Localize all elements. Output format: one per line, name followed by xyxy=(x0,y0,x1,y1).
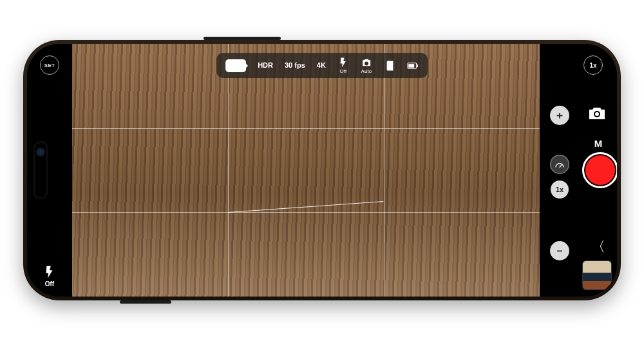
settings-button[interactable]: SET xyxy=(40,55,59,75)
composition-grid xyxy=(72,44,540,297)
svg-point-7 xyxy=(595,112,599,116)
storage-indicator[interactable] xyxy=(384,60,395,72)
svg-rect-1 xyxy=(388,61,393,70)
minus-icon: － xyxy=(554,244,565,258)
resolution-label: 4K xyxy=(317,62,326,69)
hdr-label: HDR xyxy=(258,62,273,69)
front-camera-lens xyxy=(36,148,45,157)
dynamic-island xyxy=(33,141,48,199)
zoom-in-button[interactable]: ＋ xyxy=(550,106,569,125)
flash-mode-selector[interactable]: Off xyxy=(337,57,349,74)
camera-viewfinder[interactable] xyxy=(72,44,540,297)
top-settings-bar: HDR 30 fps 4K Off Auto xyxy=(216,53,428,78)
screen: HDR 30 fps 4K Off Auto xyxy=(27,44,617,297)
back-button[interactable]: 〈 xyxy=(580,237,617,257)
switch-camera-button[interactable] xyxy=(587,106,607,124)
record-button[interactable] xyxy=(582,152,617,188)
flash-toggle[interactable]: Off xyxy=(27,265,72,287)
flash-mode-label: Off xyxy=(340,69,347,74)
fps-label: 30 fps xyxy=(285,62,305,69)
video-mode-button[interactable] xyxy=(225,59,246,72)
phone-frame: HDR 30 fps 4K Off Auto xyxy=(23,40,621,300)
svg-point-0 xyxy=(365,63,367,64)
fps-selector[interactable]: 30 fps xyxy=(285,62,305,69)
gallery-thumbnail[interactable] xyxy=(582,260,612,290)
settings-label: SET xyxy=(44,63,55,68)
white-balance-selector[interactable]: Auto xyxy=(361,57,372,74)
resolution-selector[interactable]: 4K xyxy=(317,62,326,69)
battery-indicator xyxy=(407,60,419,72)
camera-icon xyxy=(587,106,607,121)
flash-icon xyxy=(337,57,349,68)
flash-state-label: Off xyxy=(45,280,54,287)
svg-rect-3 xyxy=(417,64,418,66)
speedometer-icon xyxy=(554,159,565,170)
wb-mode-label: Auto xyxy=(361,69,372,74)
svg-line-5 xyxy=(560,164,562,168)
mode-label[interactable]: M xyxy=(580,138,617,149)
flash-bolt-icon xyxy=(43,265,57,279)
chevron-left-icon: 〈 xyxy=(591,239,605,255)
zoom-reset-button[interactable]: 1x xyxy=(551,180,569,199)
zoom-out-button[interactable]: － xyxy=(550,241,569,260)
svg-rect-4 xyxy=(408,64,414,68)
sd-card-icon xyxy=(384,60,395,72)
hdr-toggle[interactable]: HDR xyxy=(258,62,273,69)
battery-icon xyxy=(407,60,419,72)
exposure-speed-button[interactable] xyxy=(550,155,569,174)
plus-icon: ＋ xyxy=(554,109,565,122)
camera-small-icon xyxy=(361,57,372,68)
zoom-reset-label: 1x xyxy=(556,186,564,193)
level-indicator xyxy=(228,201,384,213)
video-camera-icon xyxy=(225,59,246,72)
